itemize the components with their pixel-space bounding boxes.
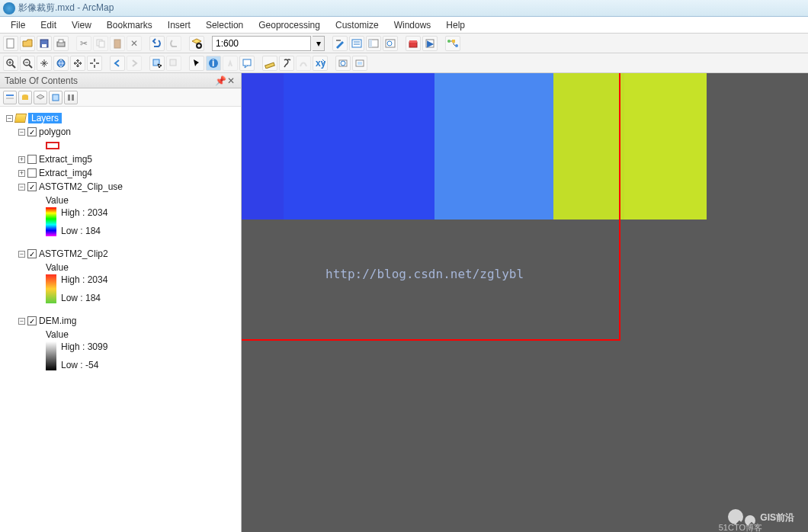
save-icon[interactable]: [37, 36, 52, 51]
list-by-drawing-order-icon[interactable]: [3, 91, 17, 104]
close-icon[interactable]: ✕: [226, 75, 236, 86]
layer-label[interactable]: Extract_img5: [39, 154, 92, 165]
layer-label[interactable]: ASTGTM2_Clip2: [39, 248, 108, 259]
layers-label[interactable]: Layers: [28, 113, 62, 123]
layer-astgtm2-clip-use[interactable]: − ASTGTM2_Clip_use: [3, 180, 238, 194]
delete-icon: ✕: [127, 36, 142, 51]
menu-view[interactable]: View: [66, 18, 98, 32]
undo-icon[interactable]: [149, 36, 165, 51]
goto-xy-icon[interactable]: xy: [313, 56, 328, 71]
pin-icon[interactable]: 📌: [215, 75, 226, 86]
list-by-selection-icon[interactable]: [49, 91, 63, 104]
layer-checkbox[interactable]: [27, 182, 37, 191]
svg-rect-36: [243, 59, 251, 66]
add-data-icon[interactable]: [189, 36, 204, 51]
layer-astgtm2-clip2[interactable]: − ASTGTM2_Clip2: [3, 247, 238, 261]
pointer-icon[interactable]: [189, 56, 204, 71]
toc-icon[interactable]: [349, 36, 364, 51]
collapse-icon[interactable]: −: [18, 251, 25, 258]
layer-extract-img5[interactable]: + Extract_img5: [3, 152, 238, 166]
full-extent-icon[interactable]: [53, 56, 69, 71]
menu-selection[interactable]: Selection: [200, 18, 249, 32]
arctoolbox-icon[interactable]: [406, 36, 421, 51]
layer-checkbox[interactable]: [27, 127, 37, 136]
svg-rect-44: [6, 98, 14, 99]
menu-insert[interactable]: Insert: [162, 18, 197, 32]
layers-root[interactable]: − Layers: [3, 111, 238, 125]
layer-checkbox[interactable]: [27, 168, 37, 178]
color-ramp-redgreen-icon: [46, 274, 56, 303]
paste-icon: [110, 36, 125, 51]
collapse-icon[interactable]: −: [18, 184, 25, 191]
layer-checkbox[interactable]: [27, 316, 37, 325]
svg-rect-0: [7, 39, 14, 48]
layer-checkbox[interactable]: [27, 155, 37, 164]
hyperlink-icon: [223, 56, 238, 71]
svg-rect-22: [452, 40, 455, 43]
zoom-out-icon[interactable]: [20, 56, 35, 71]
fixed-zoom-in-icon[interactable]: [70, 56, 85, 71]
scale-dropdown-icon[interactable]: ▾: [313, 36, 325, 51]
layer-label[interactable]: DEM.img: [39, 316, 76, 326]
data-frame-icon: [14, 114, 27, 123]
scale-input[interactable]: 1:600: [212, 36, 311, 51]
toc-panel: Table Of Contents 📌 ✕ − Layers − polygon: [0, 73, 242, 532]
svg-rect-37: [265, 62, 275, 69]
layer-label[interactable]: Extract_img4: [39, 168, 92, 178]
collapse-icon[interactable]: −: [18, 129, 25, 136]
model-builder-icon[interactable]: [445, 36, 460, 51]
layer-dem-img[interactable]: − DEM.img: [3, 314, 238, 328]
select-features-icon[interactable]: [149, 56, 165, 71]
list-by-visibility-icon[interactable]: [34, 91, 47, 104]
polygon-symbol[interactable]: [3, 139, 238, 152]
expand-icon[interactable]: +: [18, 156, 25, 163]
zoom-in-icon[interactable]: [3, 56, 18, 71]
editor-toolbar-icon[interactable]: [332, 36, 348, 51]
collapse-icon[interactable]: −: [6, 115, 13, 122]
menu-geoprocessing[interactable]: Geoprocessing: [252, 18, 326, 32]
raster-cell: [434, 73, 553, 220]
arcmap-icon: [3, 2, 15, 14]
layer-polygon[interactable]: − polygon: [3, 125, 238, 139]
menu-edit[interactable]: Edit: [34, 18, 63, 32]
svg-point-23: [455, 44, 458, 47]
catalog-icon[interactable]: [366, 36, 381, 51]
time-slider-icon[interactable]: [335, 56, 351, 71]
layer-extract-img4[interactable]: + Extract_img4: [3, 166, 238, 180]
map-view[interactable]: http://blog.csdn.net/zglybl GIS前沿 51CTO博…: [242, 73, 808, 532]
menu-customize[interactable]: Customize: [329, 18, 385, 32]
toc-tree[interactable]: − Layers − polygon + Extract_img5 + Extr…: [0, 107, 241, 532]
open-icon[interactable]: [20, 36, 35, 51]
menu-help[interactable]: Help: [440, 18, 471, 32]
python-icon[interactable]: ▶: [422, 36, 438, 51]
scale-value: 1:600: [216, 38, 239, 49]
map-canvas[interactable]: http://blog.csdn.net/zglybl: [242, 73, 808, 366]
list-by-source-icon[interactable]: [18, 91, 32, 104]
html-popup-icon[interactable]: [239, 56, 255, 71]
menu-bookmarks[interactable]: Bookmarks: [101, 18, 159, 32]
identify-icon[interactable]: i: [206, 56, 221, 71]
menu-windows[interactable]: Windows: [388, 18, 438, 32]
polygon-edge: [242, 339, 620, 341]
pan-icon[interactable]: [37, 56, 52, 71]
menu-file[interactable]: File: [5, 18, 31, 32]
back-icon[interactable]: [110, 56, 125, 71]
new-icon[interactable]: [3, 36, 18, 51]
viewer-window-icon[interactable]: [352, 56, 367, 71]
search-icon[interactable]: [383, 36, 398, 51]
high-label: High : 2034: [61, 274, 107, 285]
print-icon[interactable]: [53, 36, 69, 51]
options-icon[interactable]: [64, 91, 78, 104]
layer-label[interactable]: polygon: [39, 127, 71, 137]
expand-icon[interactable]: +: [18, 170, 25, 177]
svg-rect-43: [6, 95, 14, 96]
find-icon[interactable]: [279, 56, 294, 71]
fixed-zoom-out-icon[interactable]: [87, 56, 102, 71]
layer-checkbox[interactable]: [27, 249, 37, 258]
raster-cell: [284, 73, 434, 220]
layer-label[interactable]: ASTGTM2_Clip_use: [39, 181, 123, 192]
svg-rect-7: [114, 40, 120, 48]
measure-icon[interactable]: [262, 56, 277, 71]
value-label: Value: [3, 261, 238, 274]
collapse-icon[interactable]: −: [18, 318, 25, 325]
